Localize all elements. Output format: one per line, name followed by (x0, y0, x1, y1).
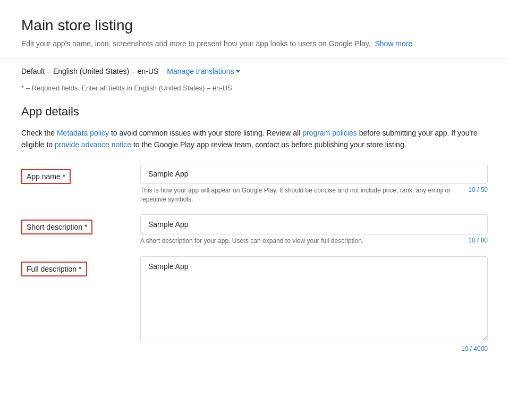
short-description-hint-row: A short description for your app. Users … (140, 237, 488, 246)
language-bar: Default – English (United States) – en-U… (21, 58, 488, 84)
policy-text-before: Check the (21, 129, 57, 137)
full-description-label-col: Full description * (21, 256, 128, 276)
app-name-field-col: This is how your app will appear on Goog… (140, 164, 488, 204)
chevron-down-icon (236, 70, 240, 73)
policy-text-middle1: to avoid common issues with your store l… (109, 129, 302, 137)
app-name-hint-row: This is how your app will appear on Goog… (140, 186, 488, 204)
page-title: Main store listing (21, 17, 488, 34)
full-description-hint-row: 10 / 4000 (140, 345, 488, 352)
app-name-label: App name * (21, 169, 71, 184)
policy-text: Check the Metadata policy to avoid commo… (21, 127, 488, 151)
full-description-field-col: Sample App 10 / 4000 (140, 256, 488, 352)
page-subtitle: Edit your app's name, icon, screenshots … (21, 38, 488, 49)
short-description-row: Short description * A short description … (21, 214, 488, 246)
app-name-input[interactable] (140, 164, 488, 184)
app-name-label-col: App name * (21, 164, 128, 184)
app-name-row: App name * This is how your app will app… (21, 164, 488, 204)
full-description-textarea[interactable]: Sample App (140, 256, 488, 341)
short-description-count: 10 / 80 (468, 237, 488, 244)
language-text: Default – English (United States) – en-U… (21, 67, 158, 75)
app-name-count: 10 / 50 (468, 186, 488, 194)
short-description-label-col: Short description * (21, 214, 128, 234)
required-note: * – Required fields. Enter all fields in… (21, 84, 488, 92)
subtitle-text: Edit your app's name, icon, screenshots … (21, 39, 371, 48)
full-description-count: 10 / 4000 (461, 345, 488, 352)
short-description-field-col: A short description for your app. Users … (140, 214, 488, 246)
section-title: App details (21, 105, 488, 119)
advance-notice-link[interactable]: provide advance notice (55, 140, 131, 149)
program-policies-link[interactable]: program policies (302, 129, 357, 137)
short-description-label: Short description * (21, 220, 92, 234)
manage-translations-label: Manage translations (167, 67, 234, 75)
metadata-policy-link[interactable]: Metadata policy (57, 129, 109, 137)
short-description-hint: A short description for your app. Users … (140, 237, 464, 246)
manage-translations-button[interactable]: Manage translations (167, 67, 240, 75)
show-more-link[interactable]: Show more (375, 39, 412, 48)
app-name-hint: This is how your app will appear on Goog… (140, 186, 464, 204)
full-description-row: Full description * Sample App 10 / 4000 (21, 256, 488, 352)
short-description-input[interactable] (140, 214, 488, 234)
full-description-label: Full description * (21, 262, 87, 276)
policy-text-end: to the Google Play app review team, cont… (131, 140, 406, 149)
